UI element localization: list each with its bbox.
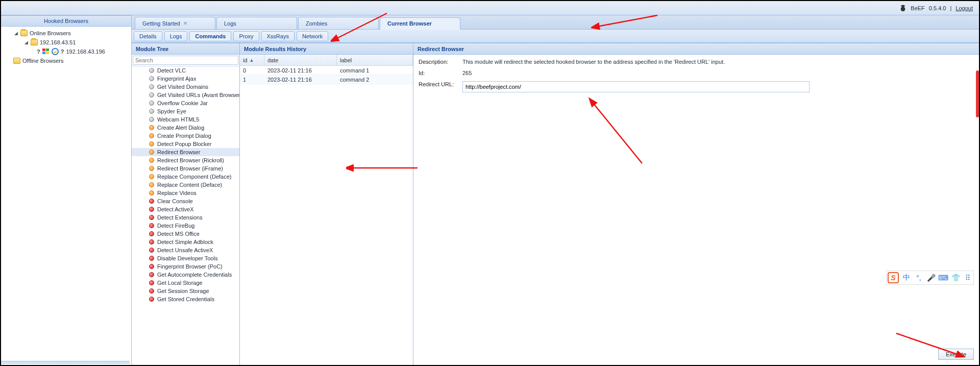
module-item[interactable]: Replace Component (Deface) — [132, 173, 239, 181]
module-item[interactable]: Fingerprint Ajax — [132, 75, 239, 83]
tab-zombies[interactable]: Zombies — [298, 17, 379, 29]
tab-current-browser[interactable]: Current Browser — [380, 17, 460, 30]
module-item[interactable]: Detect MS Office — [132, 230, 239, 238]
subtab-logs[interactable]: Logs — [164, 31, 188, 41]
module-item[interactable]: Get Autocomplete Credentials — [132, 271, 239, 279]
status-dot-icon — [149, 231, 154, 236]
status-dot-icon — [149, 68, 154, 73]
tab-getting-started[interactable]: Getting Started ✕ — [135, 17, 215, 29]
ime-punct-icon[interactable]: °, — [914, 273, 923, 282]
ime-grid-icon[interactable]: ⠿ — [963, 273, 972, 282]
col-label[interactable]: label — [337, 55, 413, 65]
ime-keyboard-icon[interactable]: ⌨ — [939, 273, 948, 282]
app-version: 0.5.4.0 — [929, 5, 946, 11]
ime-skin-icon[interactable]: 👕 — [951, 273, 960, 282]
main-tabstrip: Getting Started ✕ Logs Zombies Current B… — [132, 15, 979, 30]
module-item[interactable]: Get Local Storage — [132, 279, 239, 287]
module-label: Get Visited Domains — [157, 84, 208, 90]
sort-asc-icon: ▲ — [250, 58, 254, 63]
module-item[interactable]: Clear Console — [132, 197, 239, 205]
module-item[interactable]: Detect FireBug — [132, 222, 239, 230]
host-node[interactable]: ◢ 192.168.43.51 — [2, 38, 130, 47]
subtab-commands[interactable]: Commands — [189, 31, 231, 41]
tab-label: Current Browser — [387, 20, 432, 27]
status-dot-icon — [149, 248, 154, 253]
app-header: BeEF 0.5.4.0 | Logout — [1, 1, 979, 15]
module-label: Get Autocomplete Credentials — [157, 272, 232, 278]
result-row[interactable]: 12023-02-11 21:16command 2 — [240, 75, 413, 84]
expand-icon[interactable]: ◢ — [23, 40, 29, 45]
col-date[interactable]: date — [264, 55, 337, 65]
status-dot-icon — [149, 141, 154, 147]
panel-footer — [1, 361, 130, 364]
ime-toolbar[interactable]: S 中 °, 🎤 ⌨ 👕 ⠿ — [886, 271, 974, 285]
module-list[interactable]: Detect VLCFingerprint AjaxGet Visited Do… — [132, 66, 239, 365]
close-icon[interactable]: ✕ — [183, 20, 187, 26]
tab-logs[interactable]: Logs — [216, 17, 297, 29]
module-item[interactable]: Detect Popup Blocker — [132, 140, 239, 148]
ime-sogou-icon[interactable]: S — [888, 272, 899, 283]
id-label: Id: — [419, 70, 462, 76]
module-item[interactable]: Get Visited Domains — [132, 83, 239, 91]
subtab-xssrays[interactable]: XssRays — [261, 31, 295, 41]
module-item[interactable]: Detect Unsafe ActiveX — [132, 246, 239, 254]
module-label: Disable Developer Tools — [157, 255, 217, 261]
module-item[interactable]: Spyder Eye — [132, 107, 239, 115]
host-ip: 192.168.43.51 — [40, 39, 76, 45]
expand-icon[interactable]: ◢ — [13, 31, 18, 36]
status-dot-icon — [149, 109, 154, 114]
module-label: Get Local Storage — [157, 280, 203, 286]
results-grid-header: id ▲ date label — [240, 55, 413, 66]
module-item[interactable]: Detect VLC — [132, 66, 239, 75]
folder-icon — [20, 30, 28, 36]
module-item[interactable]: Replace Videos — [132, 189, 239, 197]
module-label: Replace Content (Deface) — [157, 182, 222, 188]
module-item[interactable]: Replace Content (Deface) — [132, 181, 239, 189]
module-item[interactable]: Get Session Storage — [132, 287, 239, 295]
module-item[interactable]: Disable Developer Tools — [132, 254, 239, 262]
module-item[interactable]: Get Visited URLs (Avant Browser) — [132, 91, 239, 99]
status-dot-icon — [149, 272, 154, 277]
module-item[interactable]: Overflow Cookie Jar — [132, 99, 239, 107]
status-dot-icon — [149, 256, 154, 261]
redirect-url-input[interactable] — [462, 81, 810, 92]
offline-browsers-node[interactable]: Offline Browsers — [2, 56, 130, 65]
module-label: Redirect Browser (iFrame) — [157, 165, 223, 172]
status-dot-icon — [149, 101, 154, 106]
module-item[interactable]: Create Prompt Dialog — [132, 132, 239, 140]
status-dot-icon — [149, 117, 154, 122]
subtab-network[interactable]: Network — [297, 31, 328, 41]
col-id[interactable]: id ▲ — [240, 55, 264, 65]
module-label: Detect VLC — [157, 67, 186, 74]
status-dot-icon — [149, 190, 154, 196]
folder-icon — [13, 58, 20, 64]
ime-mic-icon[interactable]: 🎤 — [926, 273, 936, 282]
module-label: Fingerprint Browser (PoC) — [157, 263, 223, 270]
online-browsers-node[interactable]: ◢ Online Browsers — [2, 29, 130, 38]
browser-leaf[interactable]: ? ? 192.168.43.196 — [2, 47, 130, 56]
subtab-details[interactable]: Details — [134, 31, 162, 41]
module-item[interactable]: Webcam HTML5 — [132, 115, 239, 124]
module-item[interactable]: Get Stored Credentials — [132, 295, 239, 303]
module-item[interactable]: Redirect Browser — [132, 148, 239, 156]
execute-button[interactable]: Execute — [938, 349, 974, 360]
id-value: 265 — [462, 70, 974, 76]
status-dot-icon — [149, 182, 154, 187]
module-search-input[interactable] — [133, 56, 238, 65]
module-item[interactable]: Redirect Browser (Rickroll) — [132, 156, 239, 164]
folder-icon — [31, 39, 38, 45]
module-item[interactable]: Fingerprint Browser (PoC) — [132, 262, 239, 271]
status-dot-icon — [149, 84, 154, 89]
subtab-proxy[interactable]: Proxy — [233, 31, 259, 41]
logout-link[interactable]: Logout — [955, 5, 973, 11]
module-item[interactable]: Detect Simple Adblock — [132, 238, 239, 246]
module-item[interactable]: Redirect Browser (iFrame) — [132, 164, 239, 173]
sub-tabstrip: Details Logs Commands Proxy XssRays Netw… — [132, 30, 979, 43]
result-row[interactable]: 02023-02-11 21:16command 1 — [240, 66, 413, 75]
module-item[interactable]: Detect Extensions — [132, 213, 239, 222]
ime-lang-icon[interactable]: 中 — [902, 273, 911, 282]
description-label: Description: — [419, 59, 462, 65]
module-item[interactable]: Create Alert Dialog — [132, 124, 239, 132]
scrollbar-highlight — [976, 70, 979, 117]
module-item[interactable]: Detect ActiveX — [132, 205, 239, 213]
